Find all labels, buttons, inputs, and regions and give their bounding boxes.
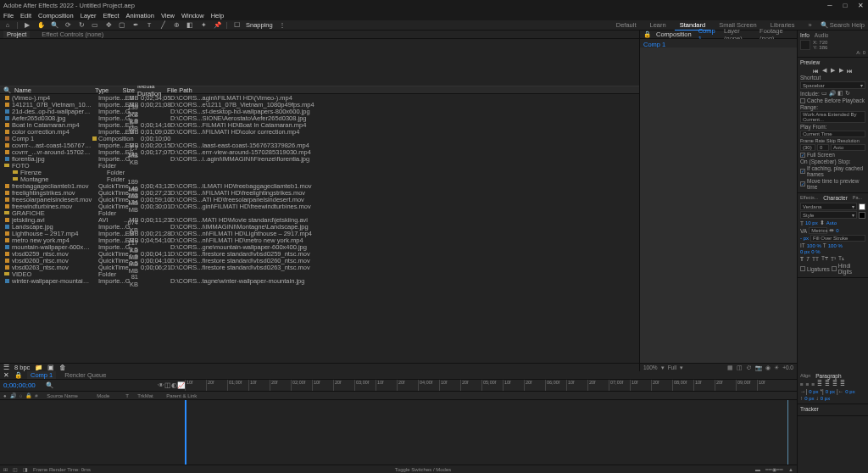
- bold-icon[interactable]: T: [800, 256, 804, 262]
- tracking-field[interactable]: 0: [836, 228, 838, 233]
- zoom-out-icon[interactable]: ▬: [755, 467, 760, 472]
- timeline-search-icon[interactable]: 🔍: [46, 381, 53, 389]
- bpc-toggle[interactable]: 8 bpc: [14, 364, 30, 371]
- align-center-icon[interactable]: ≡: [806, 381, 810, 387]
- space-before-field[interactable]: 0 px: [804, 396, 814, 401]
- camera-tool-icon[interactable]: ▭: [91, 21, 99, 30]
- work-area-bar[interactable]: [185, 400, 788, 465]
- pan-behind-tool-icon[interactable]: ✥: [104, 21, 113, 30]
- tab-project[interactable]: Project: [3, 31, 30, 38]
- tab-tracker[interactable]: Tracker: [800, 406, 819, 412]
- zoom-slider[interactable]: ━━◉━━: [765, 466, 783, 472]
- leading-field[interactable]: Auto: [826, 220, 837, 225]
- workspace-default[interactable]: Default: [611, 20, 642, 30]
- rect-tool-icon[interactable]: ▢: [118, 21, 126, 30]
- menu-window[interactable]: Window: [181, 12, 204, 19]
- tab-preview[interactable]: Preview: [800, 59, 820, 65]
- zoom-level[interactable]: 100%: [643, 364, 658, 370]
- clone-tool-icon[interactable]: ⊕: [172, 21, 181, 30]
- tl-close-icon[interactable]: ✕: [3, 371, 9, 379]
- justify-right-icon[interactable]: ≣: [832, 381, 837, 387]
- col-mode[interactable]: Mode: [97, 393, 122, 398]
- tab-paragraph[interactable]: Paragraph: [815, 373, 841, 379]
- snapping-checkbox[interactable]: ☐: [232, 21, 241, 30]
- tab-effect-controls[interactable]: Effect Controls (none): [38, 31, 107, 38]
- timeline-body[interactable]: [0, 400, 797, 465]
- col-size[interactable]: Size: [120, 86, 137, 94]
- zoom-in-icon[interactable]: ▲: [788, 467, 793, 472]
- mask-icon[interactable]: ◫: [737, 364, 743, 371]
- puppet-tool-icon[interactable]: 📌: [213, 21, 221, 30]
- tl-lock-icon[interactable]: 🔒: [14, 371, 22, 379]
- pen-tool-icon[interactable]: ✒: [131, 21, 140, 30]
- minimize-button[interactable]: ─: [826, 1, 834, 9]
- col-name[interactable]: Name: [14, 86, 95, 94]
- framerate-dropdown[interactable]: (30): [800, 144, 815, 151]
- superscript-icon[interactable]: T¹: [831, 256, 836, 262]
- tab-render-queue[interactable]: Render Queue: [61, 371, 109, 379]
- justify-left-icon[interactable]: ≣: [817, 381, 822, 387]
- zoom-tool-icon[interactable]: 🔍: [50, 21, 58, 30]
- menu-composition[interactable]: Composition: [38, 12, 74, 19]
- play-icon[interactable]: ▶: [830, 67, 837, 74]
- snapshot-icon[interactable]: 📷: [755, 364, 762, 371]
- hscale-field[interactable]: 100 %: [828, 243, 843, 248]
- close-button[interactable]: ✕: [856, 1, 865, 9]
- menu-help[interactable]: Help: [211, 12, 224, 19]
- project-row[interactable]: florentia.jpgImporte...G341 KBD:\CORS...…: [0, 155, 639, 162]
- align-right-icon[interactable]: ≡: [812, 381, 815, 387]
- col-t[interactable]: T: [125, 393, 134, 398]
- playfrom-dropdown[interactable]: Current Time: [800, 131, 865, 137]
- justify-center-icon[interactable]: ≣: [825, 381, 830, 387]
- project-row[interactable]: color correction.mp4Importe...ES...MB0;0…: [0, 128, 639, 135]
- lock-icon[interactable]: 🔒: [643, 31, 651, 38]
- shy-icon[interactable]: 👁: [158, 381, 164, 389]
- col-num[interactable]: #: [35, 393, 43, 398]
- tab-para[interactable]: Pa...: [853, 195, 862, 201]
- col-source-name[interactable]: Source Name: [47, 393, 93, 398]
- range-dropdown[interactable]: Work Area Extended By Current...: [800, 111, 865, 123]
- new-folder-icon[interactable]: 📁: [35, 364, 42, 371]
- tab-character[interactable]: Character: [823, 195, 848, 201]
- rotate-tool-icon[interactable]: ↻: [77, 21, 86, 30]
- search-help-input[interactable]: Search Help: [830, 21, 865, 29]
- col-parent[interactable]: Parent & Link: [166, 393, 197, 398]
- ligatures-checkbox[interactable]: [800, 266, 805, 271]
- smallcaps-icon[interactable]: Tᴛ: [821, 255, 828, 262]
- stroke-width-field[interactable]: - px: [800, 236, 809, 241]
- new-comp-icon[interactable]: ▣: [47, 364, 54, 371]
- eraser-tool-icon[interactable]: ◧: [186, 21, 194, 30]
- tab-info[interactable]: Info: [800, 32, 810, 38]
- skip-dropdown[interactable]: 0: [817, 144, 829, 151]
- fillover-dropdown[interactable]: Fill Over Stroke: [810, 235, 865, 242]
- stroke-color-swatch[interactable]: [859, 212, 865, 219]
- justify-all-icon[interactable]: ≣: [840, 381, 845, 387]
- delete-icon[interactable]: 🗑: [59, 364, 66, 371]
- baseline-field[interactable]: 0 px: [800, 249, 810, 254]
- transfer-modes-icon[interactable]: ◨: [23, 466, 28, 472]
- composition-viewer[interactable]: [640, 47, 797, 363]
- toggle-switches-button[interactable]: Toggle Switches / Modes: [395, 467, 451, 472]
- fullscreen-checkbox[interactable]: [800, 153, 805, 158]
- exposure-value[interactable]: +0.0: [782, 364, 793, 370]
- menu-animation[interactable]: Animation: [126, 12, 154, 19]
- cache-play-checkbox[interactable]: [800, 169, 805, 174]
- col-filepath[interactable]: File Path: [167, 86, 639, 94]
- res-dropdown[interactable]: Auto: [831, 144, 865, 151]
- font-style-dropdown[interactable]: Style▾: [800, 211, 857, 219]
- time-icon[interactable]: ⏱: [746, 364, 752, 370]
- menu-edit[interactable]: Edit: [20, 12, 31, 19]
- move-time-checkbox[interactable]: [800, 181, 805, 186]
- tab-align[interactable]: Align: [800, 373, 810, 379]
- tab-effects-presets[interactable]: Effects...: [800, 195, 818, 201]
- menu-layer[interactable]: Layer: [81, 12, 97, 19]
- project-row[interactable]: vbsd0263_ntsc.movQuickTime3.5 MB0;00;06;…: [0, 264, 639, 270]
- home-icon[interactable]: ⌂: [3, 21, 12, 30]
- last-frame-icon[interactable]: ⏭: [847, 67, 854, 74]
- vscale-field[interactable]: 100 %: [807, 243, 821, 248]
- hand-tool-icon[interactable]: ✋: [36, 21, 45, 30]
- graph-editor-icon[interactable]: 📈: [177, 381, 185, 389]
- comp-breadcrumb[interactable]: Comp 1: [640, 39, 797, 47]
- loop-icon[interactable]: ↻: [845, 90, 850, 97]
- indent-first-field[interactable]: 0 px: [826, 389, 835, 394]
